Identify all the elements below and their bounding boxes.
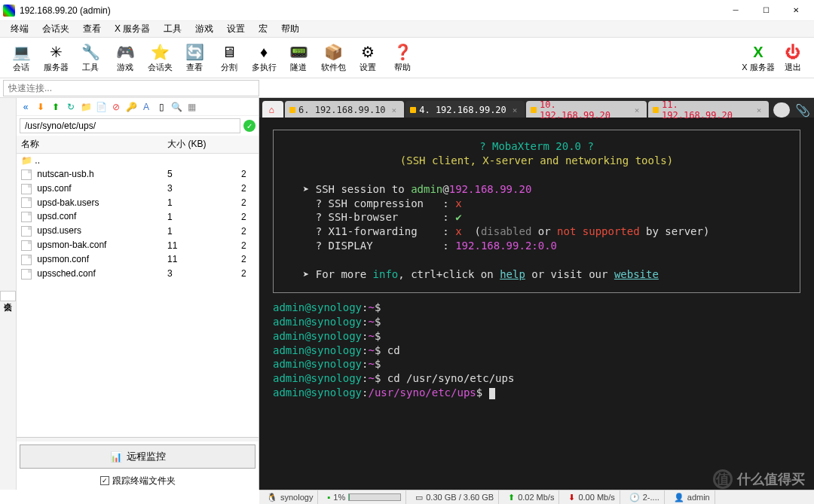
- filter-icon[interactable]: ▯: [155, 101, 167, 113]
- col-header[interactable]: 名称: [17, 136, 163, 154]
- user-icon: 👤: [674, 493, 684, 502]
- 游戏-icon: 🎮: [116, 42, 135, 62]
- path-input[interactable]: [20, 118, 240, 133]
- up-icon: ⬆: [508, 493, 515, 502]
- tool-帮助[interactable]: ❓帮助: [386, 39, 419, 77]
- upload-icon[interactable]: ⬆: [50, 101, 62, 113]
- close-tab-icon[interactable]: ×: [513, 105, 518, 115]
- menu-游戏[interactable]: 游戏: [189, 21, 219, 37]
- session-tab[interactable]: 10. 192.168.99.20×: [526, 101, 647, 118]
- file-table[interactable]: 名称大小 (KB) 📁 .. nutscan-usb.h52 ups.conf3…: [17, 136, 259, 437]
- session-tab[interactable]: 4. 192.168.99.20×: [405, 101, 525, 118]
- minimize-button[interactable]: ─: [721, 0, 751, 21]
- remote-monitor-label: 远程监控: [127, 450, 166, 463]
- tool-服务器[interactable]: ✳服务器: [39, 39, 72, 77]
- cpu-icon: ▪: [327, 493, 330, 502]
- attach-icon[interactable]: 📎: [794, 103, 811, 118]
- menu-会话夹[interactable]: 会话夹: [36, 21, 75, 37]
- new-file-icon[interactable]: 📄: [95, 101, 107, 113]
- back-icon[interactable]: «: [20, 101, 32, 113]
- 会话-icon: 💻: [12, 42, 31, 62]
- tool-查看[interactable]: 🔄查看: [178, 39, 211, 77]
- side-tab-会话夹[interactable]: 会话夹: [0, 291, 16, 301]
- menu-工具[interactable]: 工具: [158, 21, 188, 37]
- bolt-icon: [531, 107, 537, 113]
- menu-终端[interactable]: 终端: [5, 21, 35, 37]
- tool-游戏[interactable]: 🎮游戏: [109, 39, 142, 77]
- file-toolbar: « ⬇ ⬆ ↻ 📁 📄 ⊘ 🔑 A ▯ 🔍 ▦: [17, 98, 259, 116]
- file-browser-panel: « ⬇ ⬆ ↻ 📁 📄 ⊘ 🔑 A ▯ 🔍 ▦ ✓ 名称大小 (KB) 📁 ..…: [17, 98, 259, 490]
- tool-会话[interactable]: 💻会话: [5, 39, 38, 77]
- file-row[interactable]: upsd-bak.users12: [17, 196, 259, 210]
- path-ok-icon: ✓: [243, 120, 256, 132]
- home-icon: ⌂: [268, 105, 274, 115]
- maximize-button[interactable]: ☐: [751, 0, 781, 21]
- session-tab[interactable]: 11. 192.168.99.20×: [648, 101, 769, 118]
- new-tab-button[interactable]: ⊕: [773, 102, 790, 118]
- col-header[interactable]: [237, 136, 259, 154]
- file-row[interactable]: upsd.conf12: [17, 209, 259, 224]
- tool-分割[interactable]: 🖥分割: [213, 39, 246, 77]
- delete-icon[interactable]: ⊘: [110, 101, 122, 113]
- 服务器-icon: ✳: [50, 42, 63, 62]
- refresh-icon[interactable]: ↻: [65, 101, 77, 113]
- terminal-output[interactable]: ? MobaXterm 20.0 ?(SSH client, X-server …: [259, 118, 814, 490]
- new-folder-icon[interactable]: 📁: [80, 101, 92, 113]
- 隧道-icon: 📟: [289, 42, 308, 62]
- 工具-icon: 🔧: [81, 42, 100, 62]
- status-bar: 🐧synology ▪1% ▭0.30 GB / 3.60 GB ⬆0.02 M…: [259, 490, 814, 504]
- key-icon[interactable]: 🔑: [125, 101, 137, 113]
- tool-软件包[interactable]: 📦软件包: [317, 39, 350, 77]
- session-tabs: ⌂6. 192.168.99.10×4. 192.168.99.20×10. 1…: [259, 98, 814, 118]
- remote-monitor-button[interactable]: 📊 远程监控: [20, 444, 256, 469]
- file-row[interactable]: upssched.conf32: [17, 267, 259, 281]
- tool-退出[interactable]: ⏻退出: [776, 39, 809, 77]
- search-icon[interactable]: 🔍: [170, 101, 182, 113]
- download-icon[interactable]: ⬇: [35, 101, 47, 113]
- menu-设置[interactable]: 设置: [221, 21, 251, 37]
- menu-bar: 终端会话夹查看X 服务器工具游戏设置宏帮助: [0, 21, 814, 38]
- tool-X 服务器[interactable]: XX 服务器: [742, 39, 775, 77]
- menu-帮助[interactable]: 帮助: [275, 21, 305, 37]
- file-row[interactable]: nutscan-usb.h52: [17, 167, 259, 182]
- close-tab-icon[interactable]: ×: [392, 105, 397, 115]
- 多执行-icon: ♦: [260, 42, 268, 62]
- penguin-icon: 🐧: [267, 493, 277, 502]
- tab-home[interactable]: ⌂: [262, 101, 283, 118]
- status-mem: 0.30 GB / 3.60 GB: [426, 493, 494, 502]
- tool-多执行[interactable]: ♦多执行: [247, 39, 280, 77]
- status-time: 2-....: [643, 493, 659, 502]
- quick-connect-bar: [0, 78, 814, 98]
- text-icon[interactable]: A: [140, 101, 152, 113]
- title-bar: 192.168.99.20 (admin) ─ ☐ ✕: [0, 0, 814, 21]
- file-row[interactable]: 📁 ..: [17, 154, 259, 168]
- file-row[interactable]: upsmon.conf112: [17, 252, 259, 267]
- tool-工具[interactable]: 🔧工具: [74, 39, 107, 77]
- follow-terminal-checkbox[interactable]: ✓ 跟踪终端文件夹: [17, 472, 259, 490]
- file-row[interactable]: ups.conf32: [17, 182, 259, 196]
- settings-icon[interactable]: ▦: [185, 101, 197, 113]
- status-user: admin: [687, 493, 710, 502]
- checkbox-icon: ✓: [100, 476, 109, 485]
- window-title: 192.168.99.20 (admin): [20, 5, 111, 16]
- menu-X 服务器[interactable]: X 服务器: [109, 21, 156, 37]
- file-row[interactable]: upsmon-bak.conf112: [17, 238, 259, 252]
- quick-connect-input[interactable]: [3, 80, 259, 96]
- menu-查看[interactable]: 查看: [77, 21, 107, 37]
- 退出-icon: ⏻: [785, 42, 800, 62]
- close-tab-icon[interactable]: ×: [757, 105, 762, 115]
- file-row[interactable]: upsd.users12: [17, 224, 259, 238]
- close-button[interactable]: ✕: [781, 0, 811, 21]
- tool-会话夹[interactable]: ⭐会话夹: [143, 39, 176, 77]
- tool-隧道[interactable]: 📟隧道: [282, 39, 315, 77]
- 帮助-icon: ❓: [393, 42, 412, 62]
- status-dn: 0.00 Mb/s: [578, 493, 614, 502]
- col-header[interactable]: 大小 (KB): [163, 136, 237, 154]
- session-tab[interactable]: 6. 192.168.99.10×: [285, 101, 404, 118]
- menu-宏[interactable]: 宏: [252, 21, 274, 37]
- tool-设置[interactable]: ⚙设置: [351, 39, 384, 77]
- clock-icon: 🕐: [629, 493, 640, 502]
- 软件包-icon: 📦: [324, 42, 343, 62]
- close-tab-icon[interactable]: ×: [635, 105, 640, 115]
- app-logo-icon: [3, 5, 15, 17]
